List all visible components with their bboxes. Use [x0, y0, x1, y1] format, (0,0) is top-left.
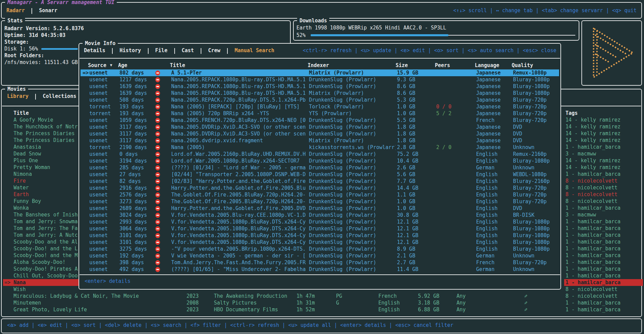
tag-row[interactable]: 1 - hamilcar_barca — [564, 218, 643, 225]
release-indexer: DrunkenSlug (Prowlarr) — [309, 246, 396, 252]
release-language: Japanese — [476, 110, 510, 117]
tag-row[interactable]: 1 - hamilcar_barca — [564, 259, 643, 266]
movie-row[interactable]: =>Nana — [3, 279, 80, 286]
tag-row[interactable]: 1 - hamilcar_barca — [564, 225, 643, 232]
release-row[interactable]: usenet2993 daysV.for.Vendetta.2005.1080p… — [81, 218, 559, 225]
release-row[interactable]: usenet3117 daysNana.2005.DVDRip.XviD.AC3… — [81, 130, 559, 137]
release-row[interactable]: usenet1639 daysNana.2005.REPACK.1080p.Bl… — [81, 90, 559, 97]
tag-row[interactable]: 8 - nicolecolvett — [564, 178, 643, 184]
release-title: Harry.Potter.and.the.Goblet.of.Fire.2005… — [171, 185, 307, 191]
release-row[interactable]: usenet2916 daysHarry.Potter.and.the.Gobl… — [81, 185, 559, 191]
release-row[interactable]: usenet492 days(????) [01/65] - "Miss Und… — [81, 266, 559, 273]
release-row[interactable]: usenet192 daysV wie Vendetta - 2005 - ge… — [81, 252, 559, 259]
release-row[interactable]: usenet3117 daysNana.2005.DVDRip.XviD.AC3… — [81, 124, 559, 130]
tag-row[interactable]: 1 - hamilcar_barca — [564, 306, 643, 313]
release-age: 2576 days — [119, 191, 153, 198]
tab-collections[interactable]: Collections — [43, 93, 76, 99]
tag-row[interactable]: 8 - nicolecolvett — [564, 184, 643, 191]
tag-row[interactable]: 14 - kelly ramirez — [564, 137, 643, 144]
release-language: Japanese — [476, 90, 510, 97]
rejected-icon — [155, 104, 160, 109]
release-indexer: DrunkenSlug (Prowlarr) — [309, 191, 396, 198]
release-row[interactable]: usenet0 daysLord.of.War.2005.2160p.BluRa… — [81, 151, 559, 158]
release-row[interactable]: usenet2576 daysThe.Goblet.Of.Fire.2005.B… — [81, 191, 559, 198]
tag-row[interactable]: 1 - hamilcar_barca — [564, 238, 643, 245]
tag-row[interactable]: 1 - hamilcar_barca — [564, 299, 643, 306]
edit-tags-pencil-icon[interactable]: ✎ — [523, 308, 529, 311]
release-row[interactable]: usenet82 days[02/83] "Harry.Potter.and.t… — [81, 178, 559, 185]
release-row[interactable]: usenet3117 daysnana.2005.dvdrip.xvid.fra… — [81, 137, 559, 144]
tag-row[interactable]: 8 - nicolecolvett — [564, 198, 643, 205]
tag-row[interactable]: 8 - nicolecolvett — [564, 293, 643, 299]
tag-row[interactable]: 14 - kelly ramirez — [564, 123, 643, 130]
global-keybinds: <↑↓> scroll | ↔ change tab | <tab> chang… — [453, 7, 637, 14]
tag-row[interactable]: 14 - kelly ramirez — [564, 130, 643, 137]
release-row[interactable]: usenet1639 daysNana.2005.REPACK.1080p.Bl… — [81, 83, 559, 90]
tag-row[interactable]: 1 - hamilcar_barca — [564, 171, 643, 178]
release-row[interactable]: usenet3273 daysThe.Goblet.Of.Fire.2005.B… — [81, 198, 559, 205]
release-source: usenet — [89, 164, 118, 171]
release-source: usenet — [89, 252, 118, 259]
tag-row[interactable]: 1 - hamilcar_barca — [564, 232, 643, 238]
stats-line: Radarr Version: 5.2.6.8376 — [4, 25, 84, 32]
tab-library[interactable]: Library — [7, 93, 28, 99]
release-source: usenet — [89, 212, 118, 218]
download-item[interactable]: Earth 1998 1080p WEBRip x265 Hindi AAC2.… — [296, 24, 446, 31]
release-row[interactable]: usenet1059 daysNana.2005.FRENCH.720p.Blu… — [81, 117, 559, 124]
release-row[interactable]: torrent193 daysNana (2005) [REPACK] [720… — [81, 103, 559, 110]
tag-row[interactable]: 1 - hamilcar_barca — [564, 252, 643, 259]
edit-tags-pencil-icon[interactable]: ✎ — [523, 301, 529, 304]
release-row[interactable]: usenet27 days[02/44] "Transporter 2.2005… — [81, 171, 559, 178]
release-row[interactable]: usenet1217 daysNana.2005.REPACK.1080p.Bl… — [81, 76, 559, 83]
release-row[interactable]: usenet3275 days-"V pour vendetta.2005.BR… — [81, 246, 559, 252]
release-row[interactable]: usenet285 days(????) [01/34] - "Lord of … — [81, 164, 559, 171]
release-title: Lord.of.War.2005.1080p.BluRay.x264-SECTO… — [171, 158, 307, 164]
release-row[interactable]: usenet2689 daysHarry.Potter.and.the.Gobl… — [81, 205, 559, 212]
release-title: (????) [01/34] - "Lord of War - 2005 - g… — [171, 164, 307, 171]
release-row[interactable]: =>usenet802 daysA 5.1-PTerMiatrix (Prowl… — [81, 69, 559, 76]
release-row[interactable]: usenet3101 daysV.for.Vendetta.2005.1080p… — [81, 239, 559, 246]
tag-row[interactable]: 14 - kelly ramirez — [564, 157, 643, 164]
release-quality: Unknown — [513, 252, 561, 259]
release-source: usenet — [89, 232, 118, 239]
tag-row[interactable]: 1 - hamilcar_barca — [564, 272, 643, 279]
tag-row[interactable]: 3 - macmww — [564, 211, 643, 218]
movie-detail-row[interactable]: 2008Salty Pictures1h 31mGEnglish3.18 GBA… — [2, 299, 563, 306]
tag-row[interactable]: 3 - macmww — [564, 150, 643, 157]
tag-row[interactable]: 1 - hamilcar_barca — [564, 205, 643, 211]
release-row[interactable]: usenet3194 daysLord.of.War.2005.1080p.Bl… — [81, 158, 559, 164]
release-age: 82 days — [119, 178, 153, 185]
stats-title: Stats — [5, 17, 25, 24]
release-language: English — [476, 191, 510, 198]
release-source: usenet — [89, 246, 118, 252]
edit-tags-pencil-icon[interactable]: ✎ — [523, 294, 529, 297]
tag-label: 1 - hamilcar_barca — [565, 259, 642, 266]
tag-row[interactable]: 14 - kelly ramirez — [564, 164, 643, 171]
movie-studio: The Awakening Production — [214, 293, 287, 299]
release-size: 5.3 GB — [397, 97, 431, 103]
movie-detail-row[interactable]: 2023The Awakening Production1h 47mPGFren… — [2, 293, 563, 299]
tag-row[interactable]: 1 - hamilcar_barca — [564, 266, 643, 272]
tag-row[interactable]: 8 - nicolecolvett — [564, 191, 643, 198]
release-row[interactable]: usenet3064 daysV.for.Vendetta.2005.1080p… — [81, 225, 559, 232]
tag-row[interactable]: 8 - nicolecolvett — [564, 286, 643, 293]
tag-row[interactable]: 1 - hamilcar_barca — [564, 279, 643, 286]
tab-sonarr[interactable]: Sonarr — [39, 7, 57, 14]
movie-detail-row[interactable]: 2023HBO Documentary Films1h 52mEnglish6.… — [2, 306, 563, 313]
tag-row[interactable]: 14 - kelly ramirez — [564, 117, 643, 123]
rejected-icon — [155, 84, 160, 89]
release-source: usenet — [89, 130, 118, 137]
release-row[interactable]: usenet508 daysNana.2005.REPACK.720p.BluR… — [81, 97, 559, 103]
release-age: 2190 days — [119, 144, 153, 151]
release-row[interactable]: torrent193 daysNana (2005) 720p BRRip x2… — [81, 110, 559, 117]
tag-row[interactable]: 1 - hamilcar_barca — [564, 144, 643, 150]
release-row[interactable]: usenet3024 daysV.for.Vendetta.2005.Blu-r… — [81, 212, 559, 218]
release-size: 5.6 GB — [397, 171, 431, 178]
tab-radarr[interactable]: Radarr — [6, 7, 25, 14]
release-row[interactable]: usenet3101 daysV.for.Vendetta.2005.1080p… — [81, 232, 559, 239]
release-row[interactable]: torrent2190 daysNana (2005)kickasstorren… — [81, 144, 559, 151]
release-row[interactable]: usenet398 daysTom.And.Jerry.The.Fast.And… — [81, 259, 559, 266]
tag-row[interactable]: 1 - hamilcar_barca — [564, 245, 643, 252]
rejected-icon — [155, 138, 160, 143]
movie-studio: Salty Pictures — [214, 299, 257, 306]
